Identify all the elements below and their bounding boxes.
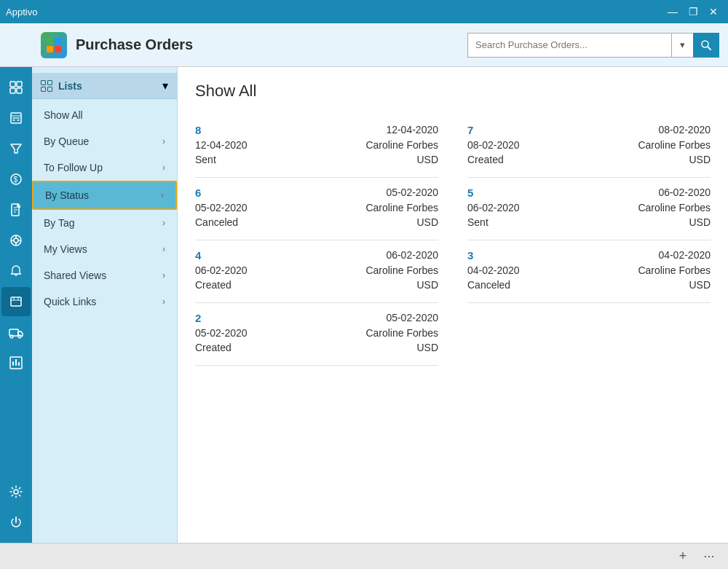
- sidebar-icon-calculator[interactable]: [1, 103, 31, 133]
- nav-item-label: By Queue: [44, 136, 89, 147]
- record-date2: 08-02-2020: [467, 139, 520, 151]
- record-id[interactable]: 4: [195, 249, 201, 262]
- svg-marker-17: [11, 144, 21, 153]
- nav-item-quick-links[interactable]: Quick Links›: [32, 289, 177, 315]
- record-id[interactable]: 2: [195, 312, 201, 324]
- icon-sidebar-bottom: [1, 477, 31, 543]
- hamburger-button[interactable]: [9, 34, 32, 57]
- nav-item-show-all[interactable]: Show All: [32, 102, 177, 128]
- search-dropdown-button[interactable]: ▾: [671, 33, 693, 58]
- record-date: 12-04-2020: [386, 124, 438, 136]
- record-id[interactable]: 7: [467, 124, 473, 136]
- lists-chevron: ▾: [162, 79, 168, 93]
- nav-item-shared-views[interactable]: Shared Views›: [32, 262, 177, 289]
- nav-item-label: Shared Views: [44, 270, 106, 281]
- record-currency: USD: [416, 154, 438, 165]
- record-currency: USD: [689, 216, 711, 228]
- nav-item-chevron: ›: [161, 190, 164, 200]
- sidebar-icon-power[interactable]: [1, 508, 31, 537]
- svg-rect-44: [41, 87, 46, 91]
- record-status-row: Created USD: [195, 342, 438, 353]
- record-date: 06-02-2020: [386, 249, 438, 262]
- nav-item-chevron: ›: [162, 244, 165, 254]
- record-id[interactable]: 8: [195, 124, 201, 136]
- sidebar-icon-delivery[interactable]: [1, 318, 31, 347]
- search-container: ▾: [467, 33, 719, 58]
- nav-item-chevron: ›: [162, 270, 165, 280]
- sidebar-icon-bell[interactable]: [1, 256, 31, 286]
- svg-point-25: [14, 238, 18, 243]
- sidebar-icon-purchase[interactable]: [1, 287, 31, 316]
- nav-item-label: My Views: [44, 243, 87, 255]
- svg-rect-3: [55, 46, 61, 52]
- record-date: 08-02-2020: [658, 124, 711, 136]
- record-assignee: Caroline Forbes: [638, 139, 711, 151]
- page-title: Show All: [195, 82, 711, 101]
- lists-header[interactable]: Lists ▾: [32, 73, 177, 99]
- record-status-row: Canceled USD: [467, 279, 711, 291]
- nav-item-by-tag[interactable]: By Tag›: [32, 210, 177, 236]
- nav-item-chevron: ›: [162, 297, 165, 307]
- nav-item-to-follow-up[interactable]: To Follow Up›: [32, 154, 177, 181]
- svg-line-5: [708, 47, 711, 50]
- record-card: 8 12-04-2020 12-04-2020 Caroline Forbes …: [195, 115, 438, 178]
- record-header-row: 6 05-02-2020: [195, 187, 438, 199]
- record-status-row: Sent USD: [195, 154, 438, 165]
- record-currency: USD: [416, 279, 438, 291]
- close-button[interactable]: ✕: [705, 4, 722, 19]
- record-id[interactable]: 3: [467, 249, 473, 262]
- record-card: 6 05-02-2020 05-02-2020 Caroline Forbes …: [195, 178, 438, 240]
- sidebar-icon-support[interactable]: [1, 226, 31, 255]
- record-header-row: 5 06-02-2020: [467, 187, 711, 199]
- nav-item-my-views[interactable]: My Views›: [32, 236, 177, 262]
- record-assignee: Caroline Forbes: [638, 202, 711, 213]
- svg-rect-1: [55, 38, 61, 44]
- search-input[interactable]: [467, 33, 671, 58]
- record-date2: 04-02-2020: [467, 264, 520, 276]
- record-status-row: Created USD: [467, 154, 711, 165]
- record-id[interactable]: 5: [467, 187, 473, 199]
- record-detail-row: 06-02-2020 Caroline Forbes: [467, 202, 711, 213]
- main-layout: $: [0, 67, 728, 543]
- record-card: 3 04-02-2020 04-02-2020 Caroline Forbes …: [467, 240, 711, 303]
- record-currency: USD: [689, 154, 711, 165]
- record-header-row: 4 06-02-2020: [195, 249, 438, 262]
- svg-rect-43: [48, 80, 52, 85]
- sidebar-icon-money[interactable]: $: [1, 165, 31, 194]
- sidebar-icon-reports[interactable]: [1, 348, 31, 377]
- svg-point-4: [702, 41, 708, 47]
- record-detail-row: 06-02-2020 Caroline Forbes: [195, 264, 438, 276]
- sidebar-icon-filter[interactable]: [1, 134, 31, 163]
- svg-rect-45: [48, 87, 52, 91]
- record-card: 4 06-02-2020 06-02-2020 Caroline Forbes …: [195, 240, 438, 303]
- main-header: Purchase Orders ▾: [0, 23, 728, 67]
- sidebar-icon-document[interactable]: [1, 195, 31, 224]
- sidebar-icon-home[interactable]: [1, 73, 31, 102]
- lists-label: Lists: [58, 80, 82, 92]
- add-button[interactable]: +: [673, 546, 693, 567]
- nav-item-by-status[interactable]: By Status›: [32, 181, 177, 210]
- record-status: Sent: [195, 154, 216, 165]
- record-status-row: Canceled USD: [195, 216, 438, 228]
- minimize-button[interactable]: —: [664, 4, 681, 19]
- svg-rect-30: [11, 297, 21, 306]
- svg-rect-0: [47, 38, 53, 44]
- record-date: 05-02-2020: [386, 187, 438, 199]
- app-icon: [41, 32, 67, 58]
- record-id[interactable]: 6: [195, 187, 201, 199]
- maximize-button[interactable]: ❐: [684, 4, 702, 19]
- record-header-row: 3 04-02-2020: [467, 249, 711, 262]
- search-button[interactable]: [693, 33, 719, 58]
- sidebar-icon-settings[interactable]: [1, 477, 31, 506]
- svg-rect-9: [17, 88, 22, 93]
- record-status: Created: [195, 279, 232, 291]
- svg-point-36: [18, 335, 21, 338]
- records-right-column: 7 08-02-2020 08-02-2020 Caroline Forbes …: [467, 115, 711, 366]
- svg-rect-42: [41, 80, 46, 85]
- record-detail-row: 05-02-2020 Caroline Forbes: [195, 327, 438, 339]
- nav-item-chevron: ›: [162, 162, 165, 173]
- more-options-button[interactable]: ···: [699, 546, 719, 567]
- nav-item-by-queue[interactable]: By Queue›: [32, 128, 177, 154]
- record-assignee: Caroline Forbes: [365, 139, 438, 151]
- record-assignee: Caroline Forbes: [365, 264, 438, 276]
